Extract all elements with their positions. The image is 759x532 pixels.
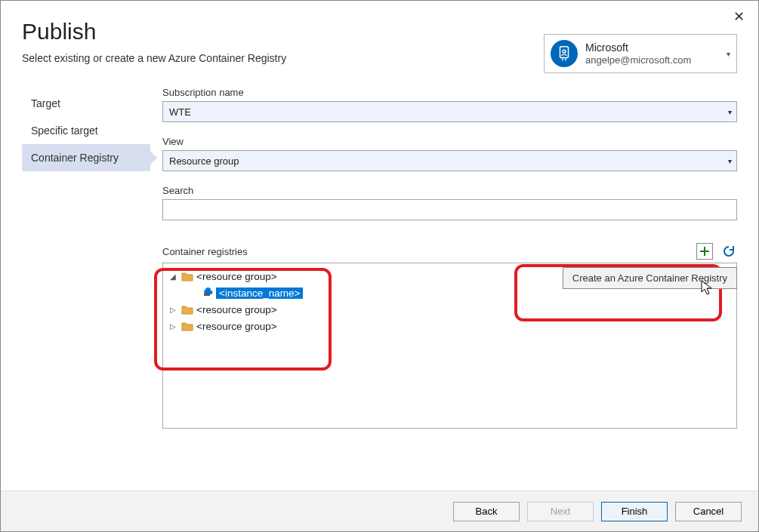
subscription-label: Subscription name <box>162 87 737 98</box>
chevron-down-icon: ▾ <box>728 157 732 165</box>
view-dropdown[interactable]: Resource group ▾ <box>162 150 737 171</box>
expand-collapse-icon[interactable]: ◢ <box>168 272 178 281</box>
folder-icon <box>181 321 193 331</box>
tree-label: <resource group> <box>196 304 277 315</box>
step-target[interactable]: Target <box>22 90 150 117</box>
account-avatar-icon <box>551 40 578 67</box>
cancel-button[interactable]: Cancel <box>675 502 742 521</box>
account-selector[interactable]: Microsoft angelpe@microsoft.com ▾ <box>544 34 737 73</box>
expand-collapse-icon[interactable]: ▷ <box>168 322 178 331</box>
svg-rect-2 <box>204 294 210 296</box>
subscription-value: WTE <box>169 106 191 118</box>
chevron-down-icon: ▾ <box>728 108 732 116</box>
tree-label: <resource group> <box>196 271 277 282</box>
next-button: Next <box>527 502 594 521</box>
tree-group-row[interactable]: ▷ <resource group> <box>168 318 732 334</box>
tree-group-row[interactable]: ▷ <resource group> <box>168 301 732 318</box>
refresh-icon <box>722 244 736 258</box>
dialog-footer: Back Next Finish Cancel <box>1 490 758 531</box>
close-icon: ✕ <box>733 9 745 24</box>
close-button[interactable]: ✕ <box>727 5 751 28</box>
folder-icon <box>181 271 193 281</box>
view-value: Resource group <box>169 155 239 167</box>
step-specific-target[interactable]: Specific target <box>22 117 150 144</box>
plus-icon <box>699 246 710 257</box>
search-label: Search <box>162 185 737 196</box>
tree-label: <resource group> <box>196 321 277 332</box>
folder-icon <box>181 304 193 315</box>
registry-icon <box>201 287 213 300</box>
add-registry-tooltip: Create an Azure Container Registry <box>563 267 737 289</box>
refresh-button[interactable] <box>720 243 737 260</box>
publish-dialog: ✕ Publish Select existing or create a ne… <box>0 0 759 532</box>
tree-label: <instance_name> <box>216 288 303 299</box>
add-registry-button[interactable] <box>696 243 713 260</box>
svg-point-1 <box>563 50 566 53</box>
account-name: Microsoft <box>585 42 719 54</box>
account-email: angelpe@microsoft.com <box>585 54 719 66</box>
account-text: Microsoft angelpe@microsoft.com <box>585 42 719 66</box>
chevron-down-icon: ▾ <box>727 50 730 58</box>
view-label: View <box>162 136 737 147</box>
finish-button[interactable]: Finish <box>601 502 668 521</box>
svg-rect-0 <box>560 47 569 58</box>
registries-title: Container registries <box>162 246 248 257</box>
form-column: Subscription name WTE ▾ View Resource gr… <box>162 87 737 429</box>
step-container-registry[interactable]: Container Registry <box>22 144 150 171</box>
search-input[interactable] <box>162 199 737 220</box>
expand-collapse-icon[interactable]: ▷ <box>168 306 178 314</box>
wizard-steps: Target Specific target Container Registr… <box>22 87 150 429</box>
back-button[interactable]: Back <box>453 502 520 521</box>
subscription-dropdown[interactable]: WTE ▾ <box>162 101 737 122</box>
